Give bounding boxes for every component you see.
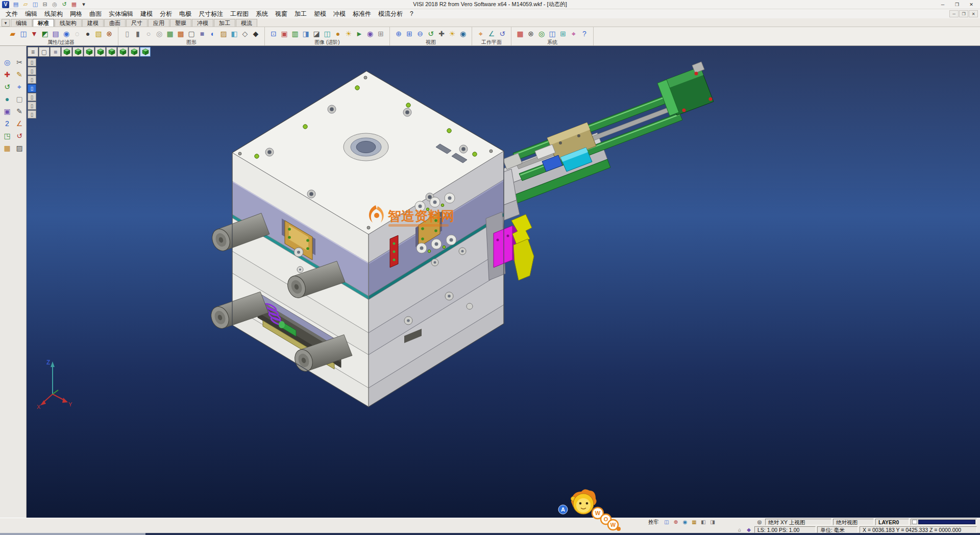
element-filter-icon[interactable]: ▼ [29,28,39,39]
reflection-icon[interactable]: ◫ [322,28,332,39]
scissors-icon[interactable]: ✂ [13,56,26,68]
menu-standard-parts[interactable]: 标准件 [349,9,375,18]
rotate-icon[interactable]: ↺ [1,81,13,93]
mdi-minimize-button[interactable]: ─ [949,10,959,17]
minimize-button[interactable]: ─ [936,1,949,8]
hatch-icon[interactable]: ▨ [13,142,26,154]
dynamic-view-icon[interactable] [140,47,151,57]
tab-wireframe[interactable]: 线架构 [55,19,82,27]
bottom-view-icon[interactable] [129,47,139,57]
filter-wireframe-button[interactable]: ▯ [28,76,36,84]
visibility-filter-icon[interactable]: ◉ [61,28,71,39]
zoom-select-icon[interactable]: ◎ [1,56,13,68]
light-icon[interactable]: ☀ [447,28,457,39]
edges-icon[interactable]: ◇ [240,28,250,39]
tab-application[interactable]: 应用 [148,19,169,27]
filter-all-button[interactable]: ▯ [28,58,36,66]
sheet-icon[interactable]: ▢ [13,93,26,105]
tab-modeling[interactable]: 建模 [82,19,104,27]
back-view-icon[interactable] [117,47,128,57]
grid-settings-icon[interactable]: ⊞ [558,28,568,39]
menu-analysis[interactable]: 分析 [156,9,176,18]
help-system-icon[interactable]: ? [579,28,590,39]
tab-stamping[interactable]: 冲模 [192,19,213,27]
filter-drafting-button[interactable]: ▯ [28,110,36,118]
tab-surface[interactable]: 曲面 [104,19,126,27]
angle-icon[interactable]: ∠ [13,117,26,130]
capture-icon[interactable]: ⊞ [376,28,386,39]
zoom-fit-icon[interactable]: ⊕ [394,28,404,39]
view-orientation-field[interactable]: 绝对 XY 上视图 [765,519,831,525]
sphere-icon[interactable]: ● [1,93,13,105]
menu-modeling[interactable]: 建模 [137,9,156,18]
shadow-icon[interactable]: ◪ [311,28,322,39]
status-box2-icon[interactable]: ◨ [708,519,717,525]
status-home-icon[interactable]: ⌂ [736,526,744,533]
view-menu-icon[interactable]: ≡ [28,47,38,57]
filter-surfaces-button[interactable]: ▯ [28,93,36,101]
silhouette-icon[interactable]: ◆ [251,28,261,39]
zoom-previous-icon[interactable]: ⊖ [415,28,425,39]
top-view-icon[interactable] [72,47,83,57]
absolute-view-field[interactable]: 绝对视图 [833,519,874,525]
menu-file[interactable]: 文件 [2,9,21,18]
status-info-icon[interactable]: ◉ [681,519,689,525]
system-settings-icon[interactable]: ⊗ [526,28,536,39]
texture-icon[interactable]: ▨ [218,28,229,39]
filter-curves-button[interactable]: ▯ [28,102,36,110]
new-document-icon[interactable]: ▤ [11,1,20,9]
box-icon[interactable]: ◳ [1,130,13,142]
palette-icon[interactable]: ▦ [69,1,79,9]
plot-preview-icon[interactable]: ◎ [50,1,59,9]
menu-mesh[interactable]: 网格 [66,9,86,18]
box-wireframe-icon[interactable]: ▢ [186,28,197,39]
workplane-new-icon[interactable]: ⌖ [476,28,486,39]
customize-dropdown-icon[interactable]: ▾ [79,1,88,9]
menu-electrode[interactable]: 电极 [176,9,195,18]
color-filter-icon[interactable]: ▧ [93,28,104,39]
menu-edit[interactable]: 编辑 [21,9,41,18]
filter-solids-button[interactable]: ▯ [28,84,36,92]
menu-mold[interactable]: 塑模 [310,9,330,18]
toolbar-dropdown-icon[interactable]: ▾ [2,19,10,27]
active-layer-field[interactable]: LAYER0 [875,519,909,525]
status-snap-icon[interactable]: ⊕ [672,519,680,525]
window-layout-icon[interactable]: ◫ [547,28,557,39]
menu-help[interactable]: ? [406,9,417,18]
menu-moldflow[interactable]: 模流分析 [375,9,406,18]
units-field[interactable]: 单位: 毫米 [817,526,858,533]
save-file-icon[interactable]: ◫ [31,1,40,9]
pencil-icon[interactable]: ✎ [13,105,26,117]
view-eye-icon[interactable]: ◉ [458,28,468,39]
menu-dimension[interactable]: 尺寸标注 [195,9,227,18]
status-ucs-icon[interactable]: ◆ [745,526,753,533]
menu-window[interactable]: 视窗 [272,9,291,18]
stereo-view-icon[interactable]: ◉ [365,28,375,39]
status-box1-icon[interactable]: ◧ [699,519,707,525]
layer-filter-icon[interactable]: ▤ [51,28,61,39]
menu-solid-edit[interactable]: 实体编辑 [105,9,137,18]
point-snap-icon[interactable]: ✚ [1,68,13,81]
unblank-elements-icon[interactable]: ● [83,28,93,39]
wireframe-pin-icon[interactable]: ▯ [122,28,132,39]
background-icon[interactable]: ◨ [301,28,311,39]
menu-drawing[interactable]: 工程图 [227,9,252,18]
copy-attributes-icon[interactable]: ◫ [18,28,29,39]
sketch-icon[interactable]: ✎ [13,68,26,81]
erase-attributes-icon[interactable]: ⊗ [104,28,114,39]
snap-settings-icon[interactable]: ⌖ [569,28,579,39]
menu-wireframe[interactable]: 线架构 [41,9,66,18]
wireframe-mode-icon[interactable]: ▢ [39,47,50,57]
tab-molding[interactable]: 塑膜 [170,19,191,27]
viewport-3d[interactable]: 智造资料网 Z X Y [27,46,980,518]
attribute-brush-icon[interactable]: ▰ [8,28,18,39]
workplane-align-icon[interactable]: ∠ [486,28,497,39]
tab-dimension[interactable]: 尺寸 [126,19,148,27]
shaded-pin-icon[interactable]: ▮ [133,28,143,39]
layer-color-swatch[interactable] [911,519,977,525]
right-view-icon[interactable] [95,47,106,57]
rotate-view-icon[interactable]: ↺ [426,28,436,39]
filter-points-button[interactable]: ▯ [28,67,36,75]
mdi-restore-button[interactable]: ❐ [959,10,968,17]
workplane-rotate-icon[interactable]: ↺ [497,28,507,39]
